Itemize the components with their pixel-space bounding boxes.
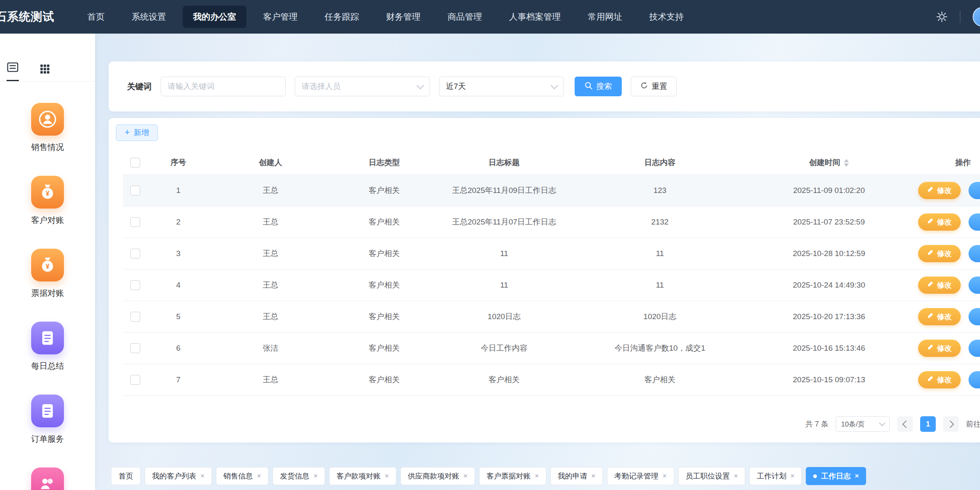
tab-item[interactable]: 供应商款项对账 × <box>400 467 475 485</box>
avatar-icon[interactable] <box>973 7 980 27</box>
row-checkbox[interactable] <box>130 343 140 353</box>
nav-item[interactable]: 任务跟踪 <box>314 6 369 28</box>
cell-content: 1020日志 <box>572 301 748 333</box>
log-table-card: + 新增 序号 创建人 日志类型 日志标题 <box>109 118 980 442</box>
row-checkbox[interactable] <box>130 280 140 290</box>
tab-close-icon[interactable]: × <box>663 472 667 480</box>
row-checkbox[interactable] <box>130 249 140 259</box>
tab-close-icon[interactable]: × <box>855 472 859 480</box>
edit-button[interactable]: 修改 <box>918 213 961 231</box>
delete-button[interactable] <box>969 245 980 262</box>
tab-close-icon[interactable]: × <box>790 472 794 480</box>
tab-close-icon[interactable]: × <box>200 472 205 480</box>
delete-button[interactable] <box>969 277 980 294</box>
page-number-button[interactable]: 1 <box>920 416 936 432</box>
nav-item[interactable]: 客户管理 <box>253 6 308 28</box>
pencil-icon <box>927 312 934 321</box>
column-header-time: 创建时间 <box>748 151 910 175</box>
cell-title: 今日工作内容 <box>437 333 572 364</box>
svg-text:¥: ¥ <box>45 190 49 197</box>
nav-item[interactable]: 人事档案管理 <box>499 6 571 28</box>
table-row: 4 王总 客户相关 11 11 2025-10-24 14:49:30 <box>123 270 980 301</box>
sun-icon[interactable] <box>936 11 948 23</box>
list-view-icon[interactable] <box>7 61 19 81</box>
tab-item[interactable]: 工作计划 × <box>749 467 802 485</box>
person-badge-icon <box>31 103 64 136</box>
nav-item[interactable]: 商品管理 <box>437 6 492 28</box>
sort-carets-icon[interactable] <box>844 159 849 167</box>
tab-close-icon[interactable]: × <box>257 472 261 480</box>
cell-title: 王总2025年11月07日工作日志 <box>437 206 572 238</box>
tab-item[interactable]: 考勤记录管理 × <box>607 467 674 485</box>
tab-close-icon[interactable]: × <box>535 472 539 480</box>
delete-button[interactable] <box>969 371 980 388</box>
tab-close-icon[interactable]: × <box>464 472 468 480</box>
tab-label: 我的申请 <box>558 471 587 481</box>
svg-text:¥: ¥ <box>45 263 49 270</box>
row-checkbox[interactable] <box>130 375 140 385</box>
edit-button[interactable]: 修改 <box>918 371 961 388</box>
tab-close-icon[interactable]: × <box>385 472 389 480</box>
select-all-checkbox[interactable] <box>130 158 140 168</box>
grid-view-icon[interactable] <box>39 64 50 81</box>
next-page-button[interactable] <box>943 416 959 432</box>
edit-button[interactable]: 修改 <box>918 308 961 325</box>
nav-item[interactable]: 技术支持 <box>639 6 694 28</box>
search-button[interactable]: 搜索 <box>575 77 622 96</box>
nav-item[interactable]: 系统设置 <box>121 6 176 28</box>
magnifier-icon <box>584 82 593 92</box>
tab-item[interactable]: 我的客户列表 × <box>145 467 212 485</box>
row-checkbox[interactable] <box>130 312 140 322</box>
add-button[interactable]: + 新增 <box>116 125 158 141</box>
page-size-value: 10条/页 <box>841 420 865 429</box>
tab-close-icon[interactable]: × <box>591 472 596 480</box>
row-checkbox[interactable] <box>130 186 140 195</box>
table-row: 7 王总 客户相关 客户相关 客户相关 2025-10-15 09:07:13 <box>123 364 980 396</box>
nav-item[interactable]: 常用网址 <box>578 6 632 28</box>
edit-button[interactable]: 修改 <box>918 340 961 357</box>
edit-button[interactable]: 修改 <box>918 245 961 262</box>
row-checkbox[interactable] <box>130 217 140 227</box>
delete-button[interactable] <box>969 308 980 325</box>
nav-item[interactable]: 首页 <box>77 6 115 28</box>
cell-title: 11 <box>437 270 572 301</box>
delete-button[interactable] <box>969 340 980 357</box>
tab-close-icon[interactable]: × <box>314 472 318 480</box>
nav-item[interactable]: 财务管理 <box>376 6 431 28</box>
prev-page-button[interactable] <box>897 416 913 432</box>
money-bag-icon: ¥ <box>31 249 64 281</box>
sidebar-item-order-service[interactable]: 订单服务 <box>31 395 64 445</box>
edit-button[interactable]: 修改 <box>918 277 961 294</box>
page-size-select[interactable]: 10条/页 <box>836 416 890 432</box>
pencil-icon <box>927 186 934 195</box>
edit-button[interactable]: 修改 <box>918 182 961 199</box>
tab-item[interactable]: 员工职位设置 × <box>678 467 746 485</box>
tab-item[interactable]: 我的申请 × <box>550 467 603 485</box>
sidebar-item-sales[interactable]: 销售情况 <box>31 103 64 153</box>
cell-title: 客户相关 <box>437 364 572 396</box>
pencil-icon <box>927 249 934 258</box>
delete-button[interactable] <box>969 213 980 231</box>
column-header-content: 日志内容 <box>572 151 748 175</box>
tab-close-icon[interactable]: × <box>734 472 738 480</box>
sidebar: 销售情况 ¥ 客户对账 ¥ <box>0 34 95 490</box>
keyword-input[interactable] <box>161 77 286 96</box>
date-range-select[interactable]: 近7天 <box>439 77 564 96</box>
sidebar-item-partial[interactable] <box>31 467 64 490</box>
nav-item[interactable]: 我的办公室 <box>183 6 246 28</box>
tab-item[interactable]: 首页 <box>111 467 141 485</box>
tab-item[interactable]: 客户票据对账 × <box>479 467 546 485</box>
person-select[interactable]: 请选择人员 <box>295 77 430 96</box>
tab-item[interactable]: 销售信息 × <box>216 467 268 485</box>
tab-item[interactable]: 工作日志 × <box>806 467 866 485</box>
log-table: 序号 创建人 日志类型 日志标题 日志内容 创建时间 操作 <box>123 151 980 396</box>
reset-button[interactable]: 重置 <box>631 77 677 96</box>
tab-item[interactable]: 发货信息 × <box>273 467 325 485</box>
delete-button[interactable] <box>969 182 980 199</box>
sidebar-item-bill-reconciliation[interactable]: ¥ 票据对账 <box>31 249 64 299</box>
sidebar-item-daily-summary[interactable]: 每日总结 <box>31 322 64 372</box>
cell-no: 2 <box>148 206 209 238</box>
sidebar-item-customer-reconciliation[interactable]: ¥ 客户对账 <box>31 176 64 226</box>
reset-button-label: 重置 <box>652 81 667 92</box>
tab-item[interactable]: 客户款项对账 × <box>329 467 396 485</box>
